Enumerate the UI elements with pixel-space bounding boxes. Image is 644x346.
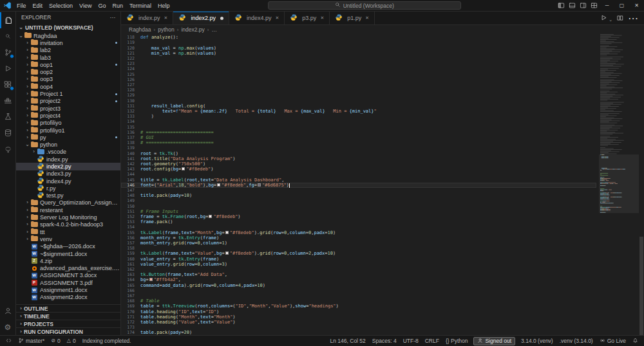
status-account-signed-out[interactable]: Signed out	[473, 337, 515, 345]
code-line-149[interactable]: 149	[121, 198, 596, 203]
editor-scrollbar[interactable]	[639, 34, 644, 335]
menu-edit[interactable]: Edit	[30, 3, 46, 9]
code-line-150[interactable]: 150	[121, 204, 596, 209]
database-icon[interactable]	[0, 125, 15, 141]
tree-item-venv[interactable]: ›venv	[16, 235, 120, 242]
code-line-144[interactable]: 144	[121, 172, 596, 177]
tree-item-resterant[interactable]: ›resterant	[16, 206, 120, 214]
status-language-mode[interactable]: {} Python	[442, 336, 471, 346]
tree-item-invitation[interactable]: ›invitation	[16, 39, 120, 46]
docker-icon[interactable]	[0, 93, 15, 109]
minimap[interactable]	[599, 34, 639, 335]
code-line-124[interactable]: 124	[121, 66, 596, 71]
code-line-121[interactable]: 121 min_val = np.min(values)	[121, 51, 596, 56]
menu-selection[interactable]: Selection	[46, 3, 76, 9]
code-line-136[interactable]: 136# =========================	[121, 130, 596, 135]
close-icon[interactable]: ✕	[164, 15, 168, 21]
code-line-137[interactable]: 137# GUI	[121, 135, 596, 140]
tree-item-test-py[interactable]: test.py	[16, 192, 120, 199]
code-line-158[interactable]: 158	[121, 246, 596, 251]
code-line-135[interactable]: 135	[121, 124, 596, 129]
status-encoding[interactable]: UTF-8	[400, 336, 422, 346]
code-line-172[interactable]: 172table.heading("Value",text="Value")	[121, 320, 596, 325]
tree-item-project4[interactable]: ›project4	[16, 112, 120, 119]
code-line-153[interactable]: 153frame.pack()	[121, 219, 596, 224]
code-line-145[interactable]: 145title = tk.Label(root,text="Data Anal…	[121, 177, 596, 182]
tree-item-oop4[interactable]: ›oop4	[16, 83, 120, 90]
tree-item-server-log-monitoring[interactable]: ›Server Log Monitoring	[16, 214, 120, 221]
close-button[interactable]: ✕	[629, 0, 644, 12]
tree-item-oop1[interactable]: ›oop1	[16, 61, 120, 68]
status-indentation[interactable]: Spaces: 4	[369, 336, 400, 346]
explorer-icon[interactable]	[0, 12, 15, 28]
tree-item-lab2[interactable]: ›lab2	[16, 47, 120, 54]
status-remote-indicator[interactable]	[3, 336, 15, 346]
color-decorator[interactable]	[182, 167, 185, 170]
code-line-127[interactable]: 127	[121, 82, 596, 87]
code-line-126[interactable]: 126	[121, 77, 596, 82]
tree-item-spark-4-0-2-bin-hadoop3[interactable]: ›spark-4.0.2-bin-hadoop3	[16, 221, 120, 228]
tab-index-py[interactable]: index.py✕	[121, 12, 173, 24]
code-line-171[interactable]: 171table.heading("Month",text="Month")	[121, 314, 596, 320]
tree-item-oop3[interactable]: ›oop3	[16, 76, 120, 83]
code-line-138[interactable]: 138# =========================	[121, 140, 596, 145]
tab-p1-py[interactable]: p1.py✕	[330, 12, 375, 24]
source-control-icon[interactable]	[0, 44, 15, 60]
status-warnings[interactable]: △0	[64, 336, 79, 346]
tree-item-oop2[interactable]: ›oop2	[16, 68, 120, 75]
menu-view[interactable]: View	[76, 3, 95, 9]
code-line-174[interactable]: 174table.pack(pady=20)	[121, 330, 596, 335]
color-decorator[interactable]	[209, 215, 212, 218]
color-decorator[interactable]	[258, 183, 261, 187]
tree-item-assignment1-docx[interactable]: WAssignment1.docx	[16, 286, 120, 293]
status-go-live[interactable]: Go Live	[596, 336, 629, 346]
code-line-140[interactable]: 140root = tk.Tk()	[121, 150, 596, 156]
tree-item-project2[interactable]: ›project2	[16, 98, 120, 105]
tree-item-4-zip[interactable]: Z4.zip	[16, 257, 120, 264]
status-errors[interactable]: ⊘0	[48, 336, 63, 346]
breadcrumb-item-raghdaa[interactable]: Raghdaa	[129, 26, 151, 33]
code-line-143[interactable]: 143root.config(bg="#f8edeb")	[121, 167, 596, 172]
code-line-148[interactable]: 148title.pack(pady=10)	[121, 193, 596, 198]
status-python-environment[interactable]: .venv (3.14.0)	[556, 336, 596, 346]
code-line-165[interactable]: 165command=add_data).grid(row=0,column=4…	[121, 283, 596, 288]
tree-item-prtofiliyo1[interactable]: ›prtofiliyo1	[16, 127, 120, 134]
code-line-170[interactable]: 170table.heading("ID",text="ID")	[121, 309, 596, 314]
tree-item-py[interactable]: ›py	[16, 134, 120, 141]
code-line-120[interactable]: 120 max_val = np.max(values)	[121, 45, 596, 50]
tree-item-vscode[interactable]: ›.vscode	[16, 149, 120, 156]
code-line-133[interactable]: 133 )	[121, 114, 596, 119]
extensions-icon[interactable]	[0, 77, 15, 93]
explorer-more-actions-icon[interactable]: ⋯	[110, 14, 116, 21]
code-line-119[interactable]: 119	[121, 40, 596, 45]
tree-item-signment1-docx[interactable]: W~$signment1.docx	[16, 250, 120, 257]
account-icon[interactable]	[0, 303, 15, 319]
menu-file[interactable]: File	[14, 3, 30, 9]
settings-icon[interactable]: ⚙	[0, 319, 15, 335]
code-line-142[interactable]: 142root.geometry("750x500")	[121, 161, 596, 167]
code-line-169[interactable]: 169table = ttk.Treeview(root,columns=("I…	[121, 304, 596, 309]
status-indexing-status[interactable]: Indexing completed.	[79, 336, 135, 346]
code-line-122[interactable]: 122	[121, 56, 596, 61]
tab-p3-py[interactable]: p3.py✕	[285, 12, 330, 24]
run-button[interactable]: ⌄	[600, 12, 612, 24]
tree-item-project3[interactable]: ›project3	[16, 105, 120, 112]
code-line-130[interactable]: 130	[121, 98, 596, 103]
code-line-139[interactable]: 139	[121, 145, 596, 150]
code-line-134[interactable]: 134	[121, 119, 596, 124]
tree-item-assignment-3-pdf[interactable]: PASSIGNMENT 3.pdf	[16, 279, 120, 286]
code-line-154[interactable]: 154	[121, 224, 596, 230]
minimize-button[interactable]: ─	[600, 0, 614, 12]
code-area[interactable]: 118def analyze():119120 max_val = np.max…	[121, 35, 596, 335]
tab-index4-py[interactable]: index4.py✕	[229, 12, 285, 24]
code-line-161[interactable]: 161value_entry.grid(row=0,column=3)	[121, 262, 596, 267]
breadcrumb-item-python[interactable]: python	[158, 26, 175, 33]
close-icon[interactable]: ✕	[320, 15, 324, 21]
tree-item-advanced-pandas-exercise-ipynb[interactable]: advanced_pandas_exercise.ipynb	[16, 265, 120, 272]
tab-index2-py[interactable]: index2.py	[173, 12, 229, 24]
tree-item-assignment-3-docx[interactable]: WASSIGNMENT 3.docx	[16, 272, 120, 279]
testing-icon[interactable]	[0, 109, 15, 125]
code-line-151[interactable]: 151# Frame Inputs	[121, 209, 596, 214]
section-projects[interactable]: ›PROJECTS	[16, 320, 120, 327]
code-line-168[interactable]: 168# Table	[121, 298, 596, 304]
